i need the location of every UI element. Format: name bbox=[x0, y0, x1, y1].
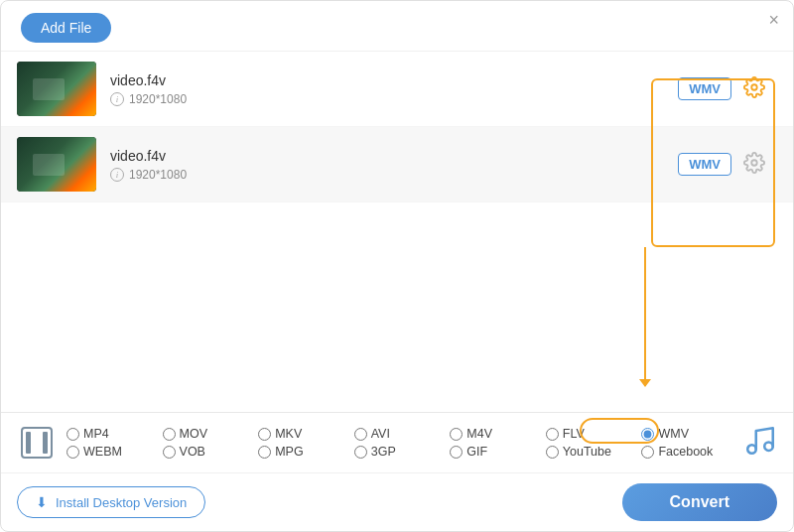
add-file-button[interactable]: Add File bbox=[21, 13, 111, 43]
svg-point-2 bbox=[747, 445, 756, 454]
thumbnail-2 bbox=[17, 137, 96, 192]
radio-mpg[interactable]: MPG bbox=[258, 445, 350, 459]
file-info-2: video.f4v i 1920*1080 bbox=[110, 148, 678, 182]
file-item-1: video.f4v i 1920*1080 WMV bbox=[1, 52, 793, 127]
close-button[interactable]: × bbox=[768, 11, 779, 29]
download-icon: ⬇ bbox=[36, 494, 48, 510]
file-actions-1: WMV bbox=[678, 74, 767, 103]
music-icon-container[interactable] bbox=[743, 424, 777, 462]
film-icon bbox=[21, 427, 53, 459]
film-icon-container bbox=[17, 423, 57, 463]
file-list: video.f4v i 1920*1080 WMV bbox=[1, 52, 793, 412]
svg-point-0 bbox=[751, 84, 757, 90]
toolbar: Add File bbox=[1, 1, 793, 52]
format-radio-grid: MP4 MOV MKV AVI M4V FLV bbox=[66, 427, 733, 459]
info-icon-2[interactable]: i bbox=[110, 168, 124, 182]
settings-button-1[interactable] bbox=[741, 74, 767, 103]
thumbnail-1 bbox=[17, 62, 96, 116]
settings-button-2[interactable] bbox=[741, 150, 767, 179]
format-bar: MP4 MOV MKV AVI M4V FLV bbox=[1, 412, 793, 472]
file-name-1: video.f4v bbox=[110, 72, 678, 88]
radio-webm[interactable]: WEBM bbox=[66, 445, 159, 459]
format-badge-1[interactable]: WMV bbox=[678, 77, 731, 100]
info-icon-1[interactable]: i bbox=[110, 92, 124, 106]
radio-gif[interactable]: GIF bbox=[450, 445, 542, 459]
radio-avi[interactable]: AVI bbox=[354, 427, 447, 441]
main-window: × Add File video.f4v i 1920*1080 WMV bbox=[0, 0, 794, 532]
file-meta-2: i 1920*1080 bbox=[110, 168, 678, 182]
bottom-bar: ⬇ Install Desktop Version Convert bbox=[1, 472, 793, 531]
install-label: Install Desktop Version bbox=[56, 495, 187, 510]
radio-facebook[interactable]: Facebook bbox=[641, 445, 733, 459]
file-info-1: video.f4v i 1920*1080 bbox=[110, 72, 678, 106]
file-resolution-1: 1920*1080 bbox=[129, 92, 187, 106]
file-meta-1: i 1920*1080 bbox=[110, 92, 678, 106]
file-name-2: video.f4v bbox=[110, 148, 678, 164]
svg-point-3 bbox=[764, 442, 773, 451]
install-desktop-button[interactable]: ⬇ Install Desktop Version bbox=[17, 486, 205, 518]
radio-mkv[interactable]: MKV bbox=[258, 427, 350, 441]
radio-wmv[interactable]: WMV bbox=[641, 427, 733, 441]
file-actions-2: WMV bbox=[678, 150, 767, 179]
file-item-2: video.f4v i 1920*1080 WMV bbox=[1, 127, 793, 202]
radio-youtube[interactable]: YouTube bbox=[546, 445, 638, 459]
convert-button[interactable]: Convert bbox=[622, 483, 777, 521]
format-badge-2[interactable]: WMV bbox=[678, 153, 731, 176]
music-note-icon bbox=[743, 424, 777, 458]
radio-flv[interactable]: FLV bbox=[546, 427, 638, 441]
radio-vob[interactable]: VOB bbox=[163, 445, 255, 459]
svg-point-1 bbox=[751, 160, 757, 166]
radio-mov[interactable]: MOV bbox=[163, 427, 255, 441]
file-resolution-2: 1920*1080 bbox=[129, 168, 187, 182]
radio-mp4[interactable]: MP4 bbox=[66, 427, 159, 441]
arrow-line bbox=[644, 247, 647, 386]
radio-3gp[interactable]: 3GP bbox=[354, 445, 447, 459]
radio-m4v[interactable]: M4V bbox=[450, 427, 542, 441]
